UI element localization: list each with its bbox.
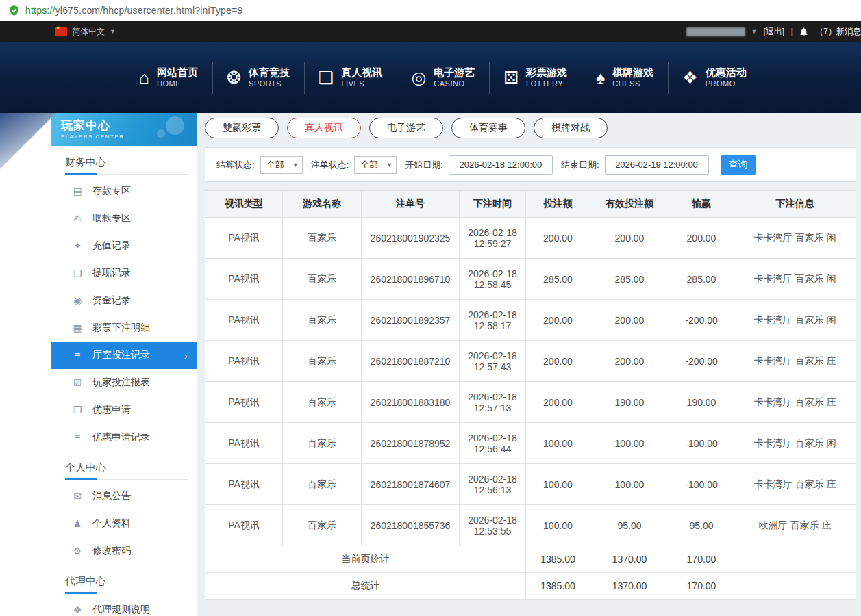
- cell-bet-amount: 200.00: [526, 382, 590, 423]
- end-date-input[interactable]: [605, 155, 709, 175]
- gift-icon: ❖: [682, 69, 697, 86]
- sidebar-menu-item[interactable]: ◉ 资金记录: [51, 287, 197, 314]
- sidebar-menu-item[interactable]: ≡ 优惠申请记录: [51, 424, 197, 451]
- cell-valid-bet: 200.00: [590, 300, 669, 341]
- cell-winloss: 190.00: [669, 382, 734, 423]
- sidebar-menu-item[interactable]: ▤ 存款专区: [51, 177, 197, 205]
- language-selector[interactable]: 简体中文 ▼: [55, 26, 116, 38]
- browser-address-bar[interactable]: https://yl675.com/hhcp/usercenter.html?i…: [0, 0, 861, 21]
- hall-bet-record-icon: ≡: [71, 350, 84, 361]
- recharge-record-icon: ✦: [71, 240, 84, 251]
- column-header: 有效投注额: [590, 191, 669, 218]
- summary-total-label: 总统计: [205, 573, 526, 600]
- summary-total-valid: 1370.00: [590, 573, 669, 600]
- sidebar-item-label: 消息公告: [92, 490, 131, 502]
- main-content: 雙赢彩票 真人视讯 电子游艺 体育赛事 棋牌对战: [197, 113, 861, 616]
- cell-bet-time: 2026-02-18 12:58:17: [460, 300, 526, 341]
- sidebar-menu-item[interactable]: ♟ 个人资料: [51, 510, 197, 537]
- cell-video-type: PA视讯: [205, 423, 283, 464]
- category-tabs: 雙赢彩票 真人视讯 电子游艺 体育赛事 棋牌对战: [205, 118, 856, 138]
- cell-order-no: 260218001896710: [362, 259, 460, 300]
- username-masked[interactable]: [686, 27, 745, 36]
- cell-winloss: 200.00: [669, 218, 734, 259]
- table-row: PA视讯 百家乐 260218001855736 2026-02-18 12:5…: [205, 505, 856, 546]
- funds-record-icon: ◉: [71, 295, 84, 306]
- url-text: https://yl675.com/hhcp/usercenter.html?i…: [25, 5, 242, 16]
- start-date-input[interactable]: [449, 155, 553, 175]
- nav-items: ⌂ 网站首页 HOME ❂ 体育竞技 SPORTS ❏: [125, 42, 861, 113]
- cell-bet-time: 2026-02-18 12:53:55: [460, 505, 526, 546]
- sidebar-item-label: 提现记录: [92, 267, 131, 279]
- nav-item[interactable]: ❂ 体育竞技 SPORTS: [212, 42, 304, 113]
- nav-item[interactable]: ◎ 电子游艺 CASINO: [397, 42, 489, 113]
- cell-video-type: PA视讯: [205, 341, 283, 382]
- nav-item[interactable]: ⌂ 网站首页 HOME: [125, 42, 212, 113]
- start-date-label: 开始日期:: [405, 159, 443, 171]
- nav-item-label-cn: 电子游艺: [434, 66, 475, 79]
- nav-item-label-cn: 棋牌游戏: [612, 66, 653, 79]
- category-tab[interactable]: 真人视讯: [287, 118, 361, 138]
- summary-page-label: 当前页统计: [205, 546, 526, 573]
- nav-item-text: 体育竞技 SPORTS: [249, 66, 290, 89]
- sidebar-menu-item[interactable]: ⚙ 修改密码: [51, 537, 197, 565]
- url-rest: yl675.com/hhcp/usercenter.html?iniType=9: [55, 5, 243, 16]
- nav-item[interactable]: ❖ 优惠活动 PROMO: [668, 42, 760, 113]
- tab-label: 体育赛事: [469, 122, 508, 134]
- sidebar-menu-item[interactable]: ❖ 代理规则说明: [51, 596, 197, 616]
- cell-valid-bet: 95.00: [590, 505, 669, 546]
- sidebar-menu-item[interactable]: ❒ 优惠申请: [51, 396, 197, 424]
- column-header: 输赢: [669, 191, 734, 218]
- sidebar-menu-item[interactable]: ❑ 提现记录: [51, 259, 197, 287]
- category-tab[interactable]: 电子游艺: [369, 118, 443, 138]
- sidebar-menu-item[interactable]: ✍ 取款专区: [51, 205, 197, 232]
- cell-bet-time: 2026-02-18 12:58:45: [460, 259, 526, 300]
- separator: |: [790, 27, 793, 36]
- cell-bet-info: 欧洲厅 百家乐 庄: [734, 505, 856, 546]
- section-rule: [65, 174, 188, 175]
- search-button[interactable]: 查询: [721, 155, 756, 175]
- category-tab[interactable]: 棋牌对战: [534, 118, 608, 138]
- cell-order-no: 260218001883180: [362, 382, 460, 423]
- category-tab[interactable]: 体育赛事: [451, 118, 525, 138]
- nav-item[interactable]: ❏ 真人视讯 LIVES: [304, 42, 397, 113]
- sidebar-menu-item[interactable]: ☑ 玩家投注报表: [51, 369, 197, 396]
- chevron-down-icon: ▼: [110, 28, 116, 35]
- cell-order-no: 260218001855736: [362, 505, 460, 546]
- chevron-down-icon: ▼: [386, 162, 392, 168]
- top-utility-bar: 简体中文 ▼ ▼ [退出] | （7）新消息: [0, 21, 861, 42]
- cell-order-no: 260218001878952: [362, 423, 460, 464]
- sidebar-menu-item[interactable]: ✉ 消息公告: [51, 483, 197, 510]
- cell-bet-amount: 200.00: [526, 341, 590, 382]
- bell-icon[interactable]: [799, 27, 809, 37]
- cell-bet-amount: 200.00: [526, 218, 590, 259]
- nav-item[interactable]: ⚄ 彩票游戏 LOTTERY: [489, 42, 582, 113]
- cell-video-type: PA视讯: [205, 464, 283, 505]
- nav-item-text: 网站首页 HOME: [157, 66, 198, 89]
- category-tab[interactable]: 雙赢彩票: [205, 118, 279, 138]
- cell-bet-amount: 100.00: [526, 505, 590, 546]
- settle-status-select[interactable]: 全部 ▼: [260, 156, 303, 174]
- cell-bet-time: 2026-02-18 12:56:13: [460, 464, 526, 505]
- new-messages-link[interactable]: （7）新消息: [815, 26, 861, 38]
- sports-icon: ❂: [227, 69, 241, 86]
- summary-row-total: 总统计 1385.00 1370.00 170.00: [205, 573, 856, 600]
- nav-item-label-en: LIVES: [341, 79, 382, 89]
- summary-page-info-empty: [734, 546, 856, 573]
- chevron-down-icon: ▼: [292, 162, 299, 168]
- sidebar-menu-item[interactable]: ≡ 厅室投注记录 ›: [51, 342, 197, 369]
- nav-item[interactable]: ♠ 棋牌游戏 CHESS: [582, 42, 668, 113]
- summary-total-winloss: 170.00: [669, 573, 734, 600]
- cell-winloss: -200.00: [669, 341, 734, 382]
- cell-bet-info: 卡卡湾厅 百家乐 闲: [734, 300, 856, 341]
- table-row: PA视讯 百家乐 260218001883180 2026-02-18 12:5…: [205, 382, 856, 423]
- tab-label: 棋牌对战: [551, 122, 590, 134]
- sidebar-menu-item[interactable]: ✦ 充值记录: [51, 232, 197, 259]
- chevron-down-icon[interactable]: ▼: [751, 28, 758, 35]
- order-status-select[interactable]: 全部 ▼: [354, 156, 397, 174]
- sidebar-menu-item[interactable]: ▦ 彩票下注明细: [51, 314, 197, 342]
- logout-link[interactable]: [退出]: [764, 26, 785, 38]
- sidebar-item-label: 取款专区: [92, 212, 131, 224]
- cell-bet-info: 卡卡湾厅 百家乐 闲: [734, 423, 856, 464]
- section-finance: 财务中心: [51, 146, 197, 175]
- cell-game-name: 百家乐: [283, 300, 362, 341]
